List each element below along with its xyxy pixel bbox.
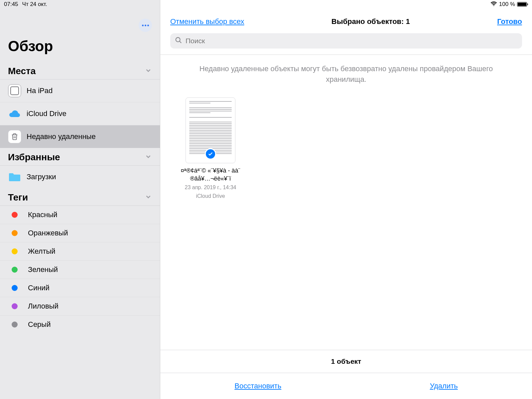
sidebar-tag-Красный[interactable]: Красный — [0, 206, 160, 224]
battery-icon — [517, 2, 528, 7]
file-item[interactable]: ¤ª®¢áª¨© «¨¥§¥à - àà¨ ®âå¥…¬ëè«¥¨ï 23 ап… — [179, 97, 242, 200]
section-label: Места — [8, 66, 36, 76]
sidebar-item-label: Загрузки — [27, 173, 56, 181]
file-grid: ¤ª®¢áª¨© «¨¥§¥à - àà¨ ®âå¥…¬ëè«¥¨ï 23 ап… — [160, 91, 532, 350]
sidebar-tag-Серый[interactable]: Серый — [0, 316, 160, 333]
file-thumbnail — [186, 97, 235, 163]
wifi-icon — [490, 1, 497, 8]
search-icon — [175, 37, 182, 45]
tag-dot-icon — [12, 322, 18, 328]
sidebar-item-label: iCloud Drive — [27, 109, 66, 118]
sidebar-title: Обзор — [0, 32, 160, 62]
bottom-toolbar: Восстановить Удалить — [160, 373, 532, 399]
section-label: Избранные — [8, 152, 60, 163]
sidebar-item-label: Серый — [28, 320, 51, 329]
ellipsis-icon — [142, 25, 149, 26]
sidebar-item-label: Недавно удаленные — [27, 132, 96, 141]
sidebar-item-label: Желтый — [28, 247, 56, 256]
ipad-icon — [8, 84, 21, 97]
deselect-all-button[interactable]: Отменить выбор всех — [170, 17, 244, 26]
sidebar-tag-Зеленый[interactable]: Зеленый — [0, 261, 160, 279]
section-label: Теги — [8, 192, 28, 203]
sidebar-item-downloads[interactable]: Загрузки — [0, 166, 160, 188]
main-content: Отменить выбор всех Выбрано объектов: 1 … — [160, 0, 532, 399]
sidebar-item-label: Оранжевый — [28, 229, 68, 237]
deletion-notice: Недавно удаленные объекты могут быть без… — [160, 55, 532, 91]
delete-button[interactable]: Удалить — [430, 382, 458, 390]
section-tags: Теги КрасныйОранжевыйЖелтыйЗеленыйСинийЛ… — [0, 188, 160, 333]
svg-line-3 — [180, 41, 182, 43]
done-button[interactable]: Готово — [497, 17, 522, 26]
chevron-down-icon — [145, 67, 152, 75]
selected-check-icon — [205, 148, 216, 160]
sidebar-item-label: Зеленый — [28, 265, 58, 274]
section-locations: Места На iPad iCloud Drive Недавно удале… — [0, 62, 160, 148]
sidebar-tag-Оранжевый[interactable]: Оранжевый — [0, 224, 160, 242]
more-button[interactable] — [139, 19, 152, 32]
sidebar-item-label: Лиловый — [28, 302, 59, 311]
chevron-down-icon — [145, 153, 152, 162]
trash-icon — [8, 130, 21, 143]
sidebar: Обзор Места На iPad iCloud Drive Неда — [0, 0, 160, 399]
sidebar-item-on-ipad[interactable]: На iPad — [0, 79, 160, 102]
search-box[interactable] — [170, 33, 522, 49]
sidebar-item-label: Красный — [28, 210, 58, 219]
tag-dot-icon — [12, 303, 18, 309]
file-location: iCloud Drive — [179, 193, 242, 200]
folder-icon — [8, 170, 21, 184]
sidebar-item-label: На iPad — [27, 86, 53, 95]
sidebar-tag-Синий[interactable]: Синий — [0, 279, 160, 297]
section-header-favorites[interactable]: Избранные — [0, 148, 160, 166]
tag-dot-icon — [12, 248, 18, 254]
tag-dot-icon — [12, 267, 18, 273]
chevron-down-icon — [145, 193, 152, 202]
cloud-icon — [8, 107, 21, 120]
svg-point-2 — [176, 38, 180, 42]
section-header-tags[interactable]: Теги — [0, 188, 160, 206]
sidebar-item-recently-deleted[interactable]: Недавно удаленные — [0, 125, 160, 148]
file-name: ¤ª®¢áª¨© «¨¥§¥à - àà¨ ®âå¥…¬ëè«¥¨ï — [179, 167, 242, 183]
status-bar: 07:45 Чт 24 окт. 100 % — [0, 0, 532, 9]
object-count: 1 объект — [160, 350, 532, 373]
status-date: Чт 24 окт. — [22, 1, 47, 8]
status-time: 07:45 — [4, 1, 18, 8]
sidebar-tag-Лиловый[interactable]: Лиловый — [0, 297, 160, 316]
battery-text: 100 % — [499, 1, 515, 8]
selection-count-title: Выбрано объектов: 1 — [332, 17, 410, 26]
section-header-locations[interactable]: Места — [0, 62, 160, 79]
sidebar-item-icloud-drive[interactable]: iCloud Drive — [0, 102, 160, 125]
tag-dot-icon — [12, 230, 18, 236]
sidebar-item-label: Синий — [28, 284, 50, 292]
tag-dot-icon — [12, 212, 18, 218]
restore-button[interactable]: Восстановить — [234, 382, 281, 390]
section-favorites: Избранные Загрузки — [0, 148, 160, 188]
sidebar-tag-Желтый[interactable]: Желтый — [0, 242, 160, 261]
tag-dot-icon — [12, 285, 18, 291]
file-date: 23 апр. 2019 г., 14:34 — [179, 184, 242, 191]
search-input[interactable] — [186, 37, 517, 45]
